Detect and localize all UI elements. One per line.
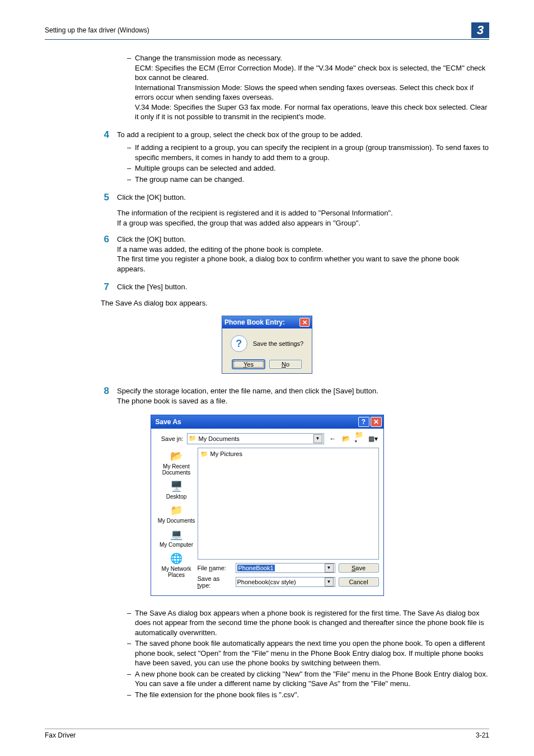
- step6-text: Click the [OK] button. If a name was add…: [117, 234, 489, 274]
- note-item: A new phone book can be created by click…: [127, 669, 489, 689]
- recent-docs-icon: 📂: [168, 450, 184, 463]
- up-one-level-icon[interactable]: 📂: [341, 433, 352, 444]
- step7-text: Click the [Yes] button.: [117, 282, 489, 292]
- save-in-label: Save in:: [156, 435, 184, 442]
- savetype-value: Phonebook(csv style): [237, 579, 296, 585]
- yes-button[interactable]: Yes: [232, 360, 265, 369]
- dialog-title: Phone Book Entry:: [224, 318, 285, 326]
- chevron-down-icon[interactable]: ▼: [325, 564, 334, 572]
- step-number-8: 8: [45, 386, 117, 407]
- folder-item[interactable]: 📁 My Pictures: [200, 450, 376, 458]
- folder-name: My Pictures: [210, 450, 242, 457]
- dialog-titlebar: Save As ? ✕: [151, 415, 383, 429]
- footer-left: Fax Driver: [45, 731, 76, 739]
- savetype-label: Save as type:: [198, 575, 232, 589]
- close-button[interactable]: ✕: [299, 318, 310, 327]
- new-folder-icon[interactable]: 📁*: [354, 433, 366, 444]
- desktop-icon: 🖥️: [168, 480, 184, 494]
- places-bar: 📂 My Recent Documents 🖥️ Desktop 📁 My Do…: [156, 448, 198, 560]
- dialog-titlebar: Phone Book Entry: ✕: [222, 316, 312, 328]
- help-button[interactable]: ?: [358, 417, 369, 427]
- dialog-message: Save the settings?: [253, 340, 304, 347]
- filename-label: File name:: [198, 565, 232, 571]
- note-item: The file extension for the phone book fi…: [127, 690, 489, 700]
- chevron-down-icon[interactable]: ▼: [313, 434, 322, 443]
- step8-text: Specify the storage location, enter the …: [117, 386, 489, 406]
- documents-icon: 📁: [168, 504, 184, 518]
- step-number-6: 6: [45, 234, 117, 275]
- no-button[interactable]: No: [269, 360, 302, 369]
- note-item: The group name can be changed.: [127, 175, 489, 185]
- step5-text: Click the [OK] button.: [117, 192, 489, 203]
- saveas-notes: The Save As dialog box appears when a ph…: [117, 608, 489, 700]
- transmission-mode-notes: Change the transmission mode as necessar…: [117, 53, 489, 122]
- save-in-value: My Documents: [199, 435, 240, 442]
- step5-result: The information of the recipient is regi…: [117, 208, 489, 228]
- save-button[interactable]: Save: [339, 564, 379, 572]
- chapter-number: 3: [471, 22, 489, 38]
- computer-icon: 💻: [168, 528, 184, 542]
- folder-icon: 📁: [200, 450, 208, 458]
- places-my-computer[interactable]: 💻 My Computer: [156, 527, 198, 549]
- page-header: Setting up the fax driver (Windows) 3: [45, 22, 489, 40]
- step-number-4: 4: [45, 130, 117, 186]
- savetype-combo[interactable]: Phonebook(csv style) ▼: [236, 577, 335, 587]
- cancel-button[interactable]: Cancel: [339, 577, 379, 586]
- note-item: The saved phone book file automatically …: [127, 638, 489, 668]
- filename-input[interactable]: PhoneBook1 ▼: [236, 563, 335, 573]
- page-footer: Fax Driver 3-21: [45, 729, 489, 739]
- note-item: Change the transmission mode as necessar…: [127, 53, 489, 122]
- step-number-7: 7: [45, 282, 117, 294]
- back-icon[interactable]: ←: [327, 433, 339, 444]
- places-recent[interactable]: 📂 My Recent Documents: [156, 449, 198, 477]
- places-my-documents[interactable]: 📁 My Documents: [156, 503, 198, 525]
- folder-icon: 📁: [189, 435, 196, 442]
- note-item: The Save As dialog box appears when a ph…: [127, 608, 489, 638]
- step7-result: The Save As dialog box appears.: [101, 298, 489, 308]
- phone-book-entry-dialog: Phone Book Entry: ✕ ? Save the settings?…: [222, 316, 312, 374]
- question-icon: ?: [231, 335, 247, 352]
- chevron-down-icon[interactable]: ▼: [325, 577, 334, 586]
- step4-text: To add a recipient to a group, select th…: [117, 130, 489, 140]
- step-number-5: 5: [45, 192, 117, 204]
- close-button[interactable]: ✕: [371, 417, 382, 427]
- views-icon[interactable]: ▦▾: [368, 433, 379, 444]
- save-as-dialog: Save As ? ✕ Save in: 📁 My Documents ▼: [151, 415, 384, 596]
- network-icon: 🌐: [168, 552, 184, 566]
- file-list-area[interactable]: 📁 My Pictures: [198, 448, 379, 560]
- note-item: If adding a recipient to a group, you ca…: [127, 143, 489, 162]
- places-my-network[interactable]: 🌐 My Network Places: [156, 551, 198, 579]
- header-title: Setting up the fax driver (Windows): [45, 26, 149, 34]
- note-item: Multiple groups can be selected and adde…: [127, 163, 489, 173]
- save-in-combo[interactable]: 📁 My Documents ▼: [187, 433, 324, 444]
- step4-notes: If adding a recipient to a group, you ca…: [117, 143, 489, 184]
- places-desktop[interactable]: 🖥️ Desktop: [156, 479, 198, 501]
- footer-right: 3-21: [476, 731, 489, 739]
- filename-value: PhoneBook1: [237, 565, 275, 571]
- dialog-title: Save As: [156, 418, 181, 426]
